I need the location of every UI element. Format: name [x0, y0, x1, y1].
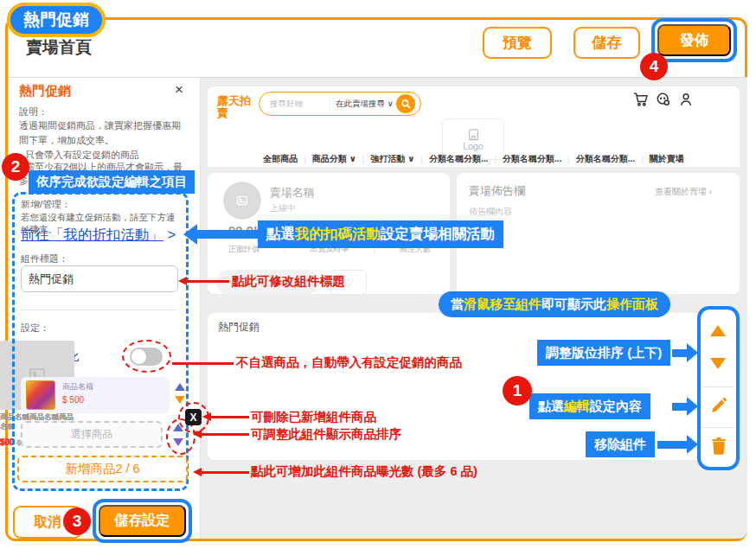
link-text: 前往「我的折扣活動」	[21, 227, 163, 242]
auto-fill-line	[172, 362, 234, 365]
description-label: 說明：	[19, 105, 48, 118]
annotation-reorder: 調整版位排序 (上下)	[537, 340, 670, 366]
save-settings-button[interactable]: 儲存設定	[99, 505, 186, 537]
discount-arrow	[197, 230, 258, 239]
annotation-discount-activity: 點選我的扣碼活動設定賣場相關活動	[258, 220, 503, 248]
search-scope-select[interactable]: 在此賣場搜尋 ∨	[330, 99, 394, 110]
discount-activity-link[interactable]: 前往「我的折扣活動」 >	[21, 226, 176, 245]
annotation-remove: 移除組件	[586, 431, 655, 457]
close-icon[interactable]: ×	[175, 81, 183, 99]
annotation-auto-fill: 不自選商品，自動帶入有設定促銷的商品	[236, 354, 462, 371]
select-product-button[interactable]: 選擇商品	[21, 421, 163, 448]
sort-items-arrow	[202, 433, 249, 436]
trash-icon[interactable]	[710, 437, 727, 459]
product-move-down-icon[interactable]	[175, 396, 185, 404]
add-exposure-arrow	[202, 471, 249, 474]
remove-arrow	[657, 441, 687, 449]
step-3-marker: 3	[63, 508, 91, 535]
storefront-nav: 全部商品| 商品分類 ∨| 強打活動 ∨| 分類名稱分類...| 分類名稱分類.…	[208, 153, 740, 165]
storefront-icon	[466, 128, 481, 141]
nav-item-category-3[interactable]: 分類名稱分類...	[576, 153, 635, 165]
panel-divider	[702, 427, 734, 428]
store-name: 賣場名稱	[270, 185, 315, 201]
about-store-link[interactable]: 查看關於賣場 ›	[655, 186, 712, 198]
search-placeholder: 搜尋好物	[270, 99, 303, 110]
annotation-hover-panel: 當滑鼠移至組件即可顯示此操作面板	[439, 291, 670, 317]
store-status: 上線中	[270, 202, 296, 214]
bulletin-content: 佈告欄內容	[469, 206, 512, 218]
annotation-edit: 點選編輯設定內容	[529, 393, 650, 419]
product-name: 商品名稱	[62, 381, 93, 393]
nav-item-campaigns[interactable]: 強打活動 ∨	[370, 153, 414, 165]
annotation-add-exposure: 點此可增加此組件商品曝光數 (最多 6 品)	[251, 463, 477, 480]
publish-button[interactable]: 發佈	[657, 24, 731, 56]
store-avatar	[223, 182, 261, 220]
add-product-button[interactable]: 新增商品2 / 6	[17, 456, 188, 482]
publish-highlight-box: 發佈	[651, 18, 737, 62]
nav-item-all[interactable]: 全部商品	[263, 153, 298, 165]
ruten-logo: 露天拍賣	[217, 95, 257, 120]
product-price: $ 500	[62, 395, 84, 405]
nav-item-category-2[interactable]: 分類名稱分類...	[503, 153, 561, 165]
reorder-arrow	[672, 349, 687, 357]
product-thumbnail	[26, 380, 55, 410]
stat-positive-rating: 正面評價	[228, 244, 259, 255]
preview-button[interactable]: 預覽	[483, 27, 552, 59]
cart-icon[interactable]	[632, 91, 650, 108]
panel-title: 熱門促銷	[19, 83, 71, 99]
search-button[interactable]	[396, 94, 415, 113]
toggle-highlight-circle	[122, 340, 171, 373]
edit-arrow	[672, 403, 687, 411]
save-button[interactable]: 儲存	[573, 27, 640, 59]
component-move-up-icon[interactable]	[710, 325, 726, 336]
delete-item-arrow	[211, 416, 249, 418]
step-2-marker: 2	[2, 153, 29, 181]
promo-section-title: 熱門促銷	[218, 320, 259, 335]
user-icon[interactable]	[677, 91, 695, 108]
step-1-marker: 1	[503, 376, 532, 405]
component-move-down-icon[interactable]	[710, 358, 726, 369]
edit-icon[interactable]	[709, 396, 728, 418]
annotation-edit-title: 點此可修改組件標題	[232, 273, 345, 290]
annotation-sort-items: 可調整此組件顯示商品排序	[251, 426, 401, 443]
annotation-step-edit: 依序完成欲設定編輯之項目	[29, 170, 195, 194]
description-text: 透過期間促銷商品，讓買家把握優惠期間下單，增加成交率。	[19, 118, 183, 147]
component-badge: 熱門促銷	[7, 3, 106, 37]
nav-item-category-1[interactable]: 分類名稱分類...	[429, 153, 488, 165]
component-title-input[interactable]	[21, 265, 178, 292]
logo-placeholder-label: Logo	[463, 141, 483, 151]
customer-service-icon[interactable]	[655, 91, 672, 108]
edit-title-arrow	[187, 280, 229, 283]
annotation-delete-item: 可刪除已新增組件商品	[251, 409, 376, 425]
page-title: 賣場首頁	[26, 36, 92, 59]
panel-divider	[702, 386, 734, 387]
product-move-up-icon[interactable]	[175, 383, 185, 391]
step-4-marker: 4	[640, 53, 668, 80]
bulletin-title: 賣場佈告欄	[469, 183, 525, 199]
link-chevron: >	[168, 227, 176, 242]
nav-item-about[interactable]: 關於賣場	[650, 153, 684, 165]
nav-item-categories[interactable]: 商品分類 ∨	[312, 153, 356, 165]
search-icon	[400, 99, 412, 110]
delete-product-icon[interactable]: X	[185, 409, 202, 425]
image-placeholder-icon	[235, 194, 249, 207]
save-settings-highlight-box: 儲存設定	[93, 499, 192, 543]
